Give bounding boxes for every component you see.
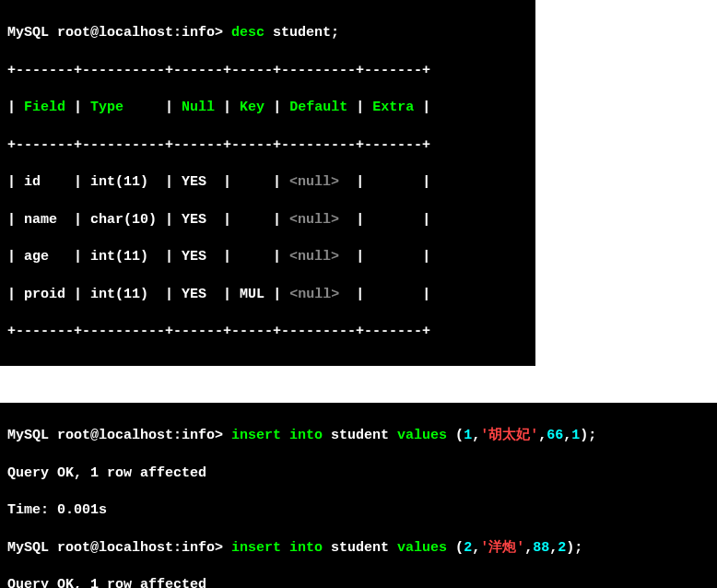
prompt-line[interactable]: MySQL root@localhost:info> desc student; — [7, 24, 528, 42]
result-text: Query OK, 1 row affected — [7, 576, 710, 588]
sql-keyword-values: values — [397, 428, 447, 443]
terminal-insert-select: MySQL root@localhost:info> insert into s… — [0, 403, 717, 588]
table-border: +-------+----------+------+-----+-------… — [7, 136, 528, 155]
table-row: | age | int(11) | YES | | <null> | | — [7, 248, 528, 266]
prompt-prefix: MySQL root@localhost:info> — [7, 25, 231, 41]
result-text: Time: 0.001s — [7, 501, 710, 520]
result-text: Query OK, 1 row affected — [7, 465, 710, 483]
sql-keyword-desc: desc — [231, 25, 264, 41]
prompt-line[interactable]: MySQL root@localhost:info> insert into s… — [7, 427, 710, 445]
table-header: | Field | Type | Null | Key | Default | … — [7, 99, 528, 117]
table-row: | proid | int(11) | YES | MUL | <null> |… — [7, 286, 528, 304]
table-row: | id | int(11) | YES | | <null> | | — [7, 173, 528, 192]
table-border: +-------+----------+------+-----+-------… — [7, 62, 528, 80]
table-border: +-------+----------+------+-----+-------… — [7, 323, 528, 341]
sql-keyword-values: values — [397, 540, 447, 556]
terminal-desc: MySQL root@localhost:info> desc student;… — [0, 0, 535, 366]
sql-keyword-insert: insert into — [231, 428, 323, 443]
sql-rest: student; — [264, 25, 339, 41]
sql-keyword-insert: insert into — [231, 540, 323, 556]
table-row: | name | char(10) | YES | | <null> | | — [7, 211, 528, 229]
prompt-line[interactable]: MySQL root@localhost:info> insert into s… — [7, 539, 710, 558]
